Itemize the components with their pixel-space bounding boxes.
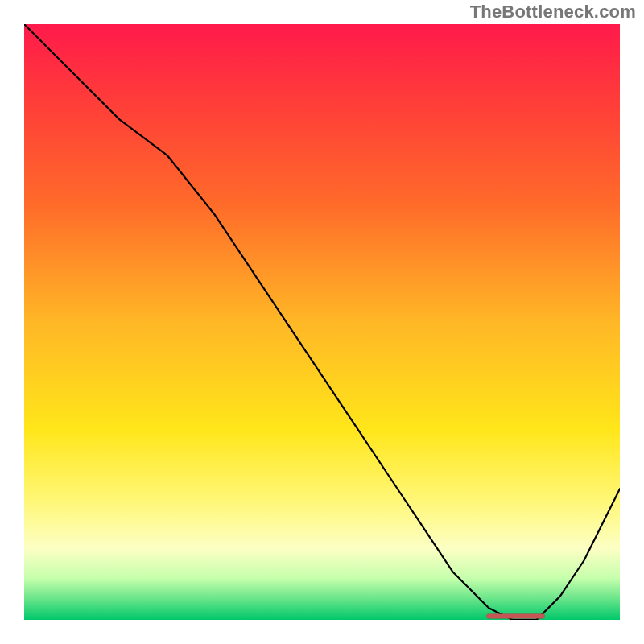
- watermark-text: TheBottleneck.com: [470, 2, 636, 23]
- chart-canvas: TheBottleneck.com: [0, 0, 644, 644]
- plot-area: [24, 24, 620, 620]
- chart-svg: [24, 24, 620, 620]
- bottleneck-curve: [24, 24, 620, 620]
